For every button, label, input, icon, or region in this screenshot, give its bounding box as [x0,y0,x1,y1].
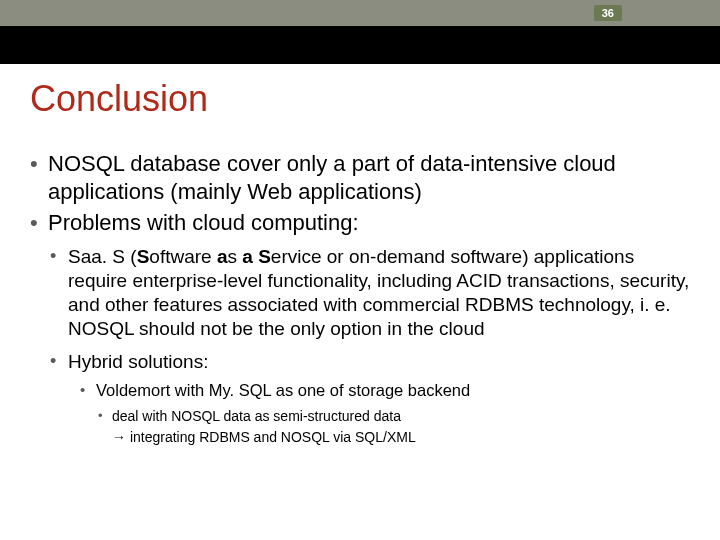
bullet-level3: Voldemort with My. SQL as one of storage… [78,380,690,401]
bullet-level1: NOSQL database cover only a part of data… [30,150,690,205]
text-fragment-bold: S [137,246,150,267]
text-fragment-bold: a [217,246,228,267]
text-fragment-bold: S [258,246,271,267]
bullet-level2: Hybrid solutions: [48,350,690,374]
arrow-icon: → [112,429,126,445]
slide-title: Conclusion [30,78,690,120]
bullet-level4: deal with NOSQL data as semi-structured … [96,407,690,426]
page-number-badge: 36 [594,5,622,21]
text-fragment: Saa. S ( [68,246,137,267]
text-fragment: oftware [149,246,217,267]
bullet-level2: Saa. S (Software as a Service or on-dema… [48,245,690,342]
bullet-level1: Problems with cloud computing: [30,209,690,237]
accent-band [0,26,720,64]
text-fragment: integrating RDBMS and NOSQL via SQL/XML [126,429,416,445]
header-band: 36 [0,0,720,26]
text-fragment-bold: a [242,246,253,267]
text-fragment: s [228,246,243,267]
bullet-list: NOSQL database cover only a part of data… [30,150,690,447]
slide-content: Conclusion NOSQL database cover only a p… [0,64,720,447]
bullet-continuation: → integrating RDBMS and NOSQL via SQL/XM… [112,428,690,447]
